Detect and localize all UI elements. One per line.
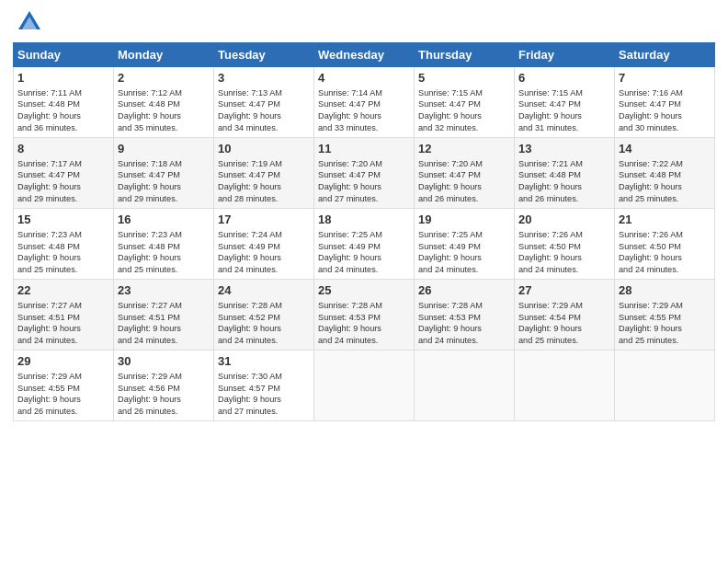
day-number: 7 (619, 70, 711, 86)
day-number: 8 (17, 141, 109, 157)
day-number: 15 (17, 212, 109, 228)
day-info: Sunrise: 7:29 AMSunset: 4:54 PMDaylight:… (518, 300, 610, 348)
calendar-cell: 26Sunrise: 7:28 AMSunset: 4:53 PMDayligh… (415, 280, 515, 350)
calendar-cell: 15Sunrise: 7:23 AMSunset: 4:48 PMDayligh… (14, 209, 114, 280)
day-info: Sunrise: 7:13 AMSunset: 4:47 PMDaylight:… (218, 87, 310, 135)
calendar-cell: 27Sunrise: 7:29 AMSunset: 4:54 PMDayligh… (515, 280, 615, 350)
day-number: 22 (17, 282, 109, 299)
day-info: Sunrise: 7:28 AMSunset: 4:53 PMDaylight:… (418, 300, 510, 348)
day-number: 5 (418, 70, 510, 86)
day-info: Sunrise: 7:29 AMSunset: 4:55 PMDaylight:… (17, 371, 109, 419)
day-number: 13 (518, 141, 610, 157)
calendar-cell: 2Sunrise: 7:12 AMSunset: 4:48 PMDaylight… (114, 67, 214, 138)
calendar-row-2: 8Sunrise: 7:17 AMSunset: 4:47 PMDaylight… (14, 138, 715, 209)
day-number: 30 (118, 353, 210, 370)
day-number: 4 (318, 70, 410, 86)
day-number: 21 (619, 212, 711, 228)
day-info: Sunrise: 7:18 AMSunset: 4:47 PMDaylight:… (118, 158, 210, 206)
calendar-cell: 10Sunrise: 7:19 AMSunset: 4:47 PMDayligh… (214, 138, 314, 209)
day-number: 24 (218, 282, 310, 299)
calendar-header-row: SundayMondayTuesdayWednesdayThursdayFrid… (14, 43, 715, 67)
day-info: Sunrise: 7:19 AMSunset: 4:47 PMDaylight:… (218, 158, 310, 206)
calendar-cell (615, 350, 715, 421)
calendar-cell (415, 350, 515, 421)
column-header-friday: Friday (515, 43, 615, 67)
day-info: Sunrise: 7:15 AMSunset: 4:47 PMDaylight:… (518, 87, 610, 135)
calendar-cell (515, 350, 615, 421)
logo-icon (17, 9, 42, 35)
day-info: Sunrise: 7:11 AMSunset: 4:48 PMDaylight:… (17, 87, 109, 135)
calendar-cell: 30Sunrise: 7:29 AMSunset: 4:56 PMDayligh… (114, 350, 214, 421)
calendar-cell: 11Sunrise: 7:20 AMSunset: 4:47 PMDayligh… (314, 138, 415, 209)
calendar-row-3: 15Sunrise: 7:23 AMSunset: 4:48 PMDayligh… (14, 209, 715, 280)
calendar-row-4: 22Sunrise: 7:27 AMSunset: 4:51 PMDayligh… (14, 280, 715, 350)
calendar-cell: 6Sunrise: 7:15 AMSunset: 4:47 PMDaylight… (515, 67, 615, 138)
day-info: Sunrise: 7:26 AMSunset: 4:50 PMDaylight:… (619, 229, 711, 277)
calendar-cell: 31Sunrise: 7:30 AMSunset: 4:57 PMDayligh… (214, 350, 314, 421)
column-header-saturday: Saturday (615, 43, 715, 67)
calendar-cell: 29Sunrise: 7:29 AMSunset: 4:55 PMDayligh… (14, 350, 114, 421)
calendar-cell: 18Sunrise: 7:25 AMSunset: 4:49 PMDayligh… (314, 209, 415, 280)
day-info: Sunrise: 7:14 AMSunset: 4:47 PMDaylight:… (318, 87, 410, 135)
day-info: Sunrise: 7:17 AMSunset: 4:47 PMDaylight:… (17, 158, 109, 206)
calendar-cell: 22Sunrise: 7:27 AMSunset: 4:51 PMDayligh… (14, 280, 114, 350)
day-info: Sunrise: 7:25 AMSunset: 4:49 PMDaylight:… (418, 229, 510, 277)
day-number: 6 (518, 70, 610, 86)
column-header-tuesday: Tuesday (214, 43, 314, 67)
calendar-cell: 28Sunrise: 7:29 AMSunset: 4:55 PMDayligh… (615, 280, 715, 350)
day-number: 28 (619, 282, 711, 299)
calendar-cell: 13Sunrise: 7:21 AMSunset: 4:48 PMDayligh… (515, 138, 615, 209)
day-number: 23 (118, 282, 210, 299)
column-header-monday: Monday (114, 43, 214, 67)
day-info: Sunrise: 7:24 AMSunset: 4:49 PMDaylight:… (218, 229, 310, 277)
day-info: Sunrise: 7:26 AMSunset: 4:50 PMDaylight:… (518, 229, 610, 277)
logo (13, 9, 42, 35)
day-info: Sunrise: 7:16 AMSunset: 4:47 PMDaylight:… (619, 87, 711, 135)
day-number: 25 (318, 282, 410, 299)
day-number: 12 (418, 141, 510, 157)
calendar-cell: 4Sunrise: 7:14 AMSunset: 4:47 PMDaylight… (314, 67, 415, 138)
day-number: 10 (218, 141, 310, 157)
day-number: 1 (17, 70, 109, 86)
calendar-cell: 24Sunrise: 7:28 AMSunset: 4:52 PMDayligh… (214, 280, 314, 350)
day-number: 20 (518, 212, 610, 228)
calendar-cell (314, 350, 415, 421)
day-info: Sunrise: 7:20 AMSunset: 4:47 PMDaylight:… (418, 158, 510, 206)
day-number: 18 (318, 212, 410, 228)
column-header-thursday: Thursday (415, 43, 515, 67)
day-info: Sunrise: 7:12 AMSunset: 4:48 PMDaylight:… (118, 87, 210, 135)
calendar-cell: 23Sunrise: 7:27 AMSunset: 4:51 PMDayligh… (114, 280, 214, 350)
day-number: 2 (118, 70, 210, 86)
day-info: Sunrise: 7:27 AMSunset: 4:51 PMDaylight:… (17, 300, 109, 348)
day-number: 29 (17, 353, 109, 370)
day-info: Sunrise: 7:29 AMSunset: 4:56 PMDaylight:… (118, 371, 210, 419)
day-number: 16 (118, 212, 210, 228)
day-info: Sunrise: 7:21 AMSunset: 4:48 PMDaylight:… (518, 158, 610, 206)
day-number: 9 (118, 141, 210, 157)
calendar-cell: 12Sunrise: 7:20 AMSunset: 4:47 PMDayligh… (415, 138, 515, 209)
calendar-cell: 1Sunrise: 7:11 AMSunset: 4:48 PMDaylight… (14, 67, 114, 138)
day-info: Sunrise: 7:22 AMSunset: 4:48 PMDaylight:… (619, 158, 711, 206)
page-header (13, 9, 715, 35)
day-info: Sunrise: 7:23 AMSunset: 4:48 PMDaylight:… (17, 229, 109, 277)
calendar-table: SundayMondayTuesdayWednesdayThursdayFrid… (13, 42, 715, 421)
calendar-row-1: 1Sunrise: 7:11 AMSunset: 4:48 PMDaylight… (14, 67, 715, 138)
day-number: 17 (218, 212, 310, 228)
day-info: Sunrise: 7:29 AMSunset: 4:55 PMDaylight:… (619, 300, 711, 348)
calendar-cell: 7Sunrise: 7:16 AMSunset: 4:47 PMDaylight… (615, 67, 715, 138)
day-number: 11 (318, 141, 410, 157)
day-number: 26 (418, 282, 510, 299)
day-number: 19 (418, 212, 510, 228)
day-number: 14 (619, 141, 711, 157)
day-number: 3 (218, 70, 310, 86)
calendar-cell: 14Sunrise: 7:22 AMSunset: 4:48 PMDayligh… (615, 138, 715, 209)
calendar-cell: 19Sunrise: 7:25 AMSunset: 4:49 PMDayligh… (415, 209, 515, 280)
calendar-cell: 3Sunrise: 7:13 AMSunset: 4:47 PMDaylight… (214, 67, 314, 138)
column-header-wednesday: Wednesday (314, 43, 415, 67)
calendar-cell: 9Sunrise: 7:18 AMSunset: 4:47 PMDaylight… (114, 138, 214, 209)
calendar-cell: 16Sunrise: 7:23 AMSunset: 4:48 PMDayligh… (114, 209, 214, 280)
day-number: 27 (518, 282, 610, 299)
page-container: SundayMondayTuesdayWednesdayThursdayFrid… (0, 0, 728, 429)
day-info: Sunrise: 7:30 AMSunset: 4:57 PMDaylight:… (218, 371, 310, 419)
calendar-cell: 8Sunrise: 7:17 AMSunset: 4:47 PMDaylight… (14, 138, 114, 209)
